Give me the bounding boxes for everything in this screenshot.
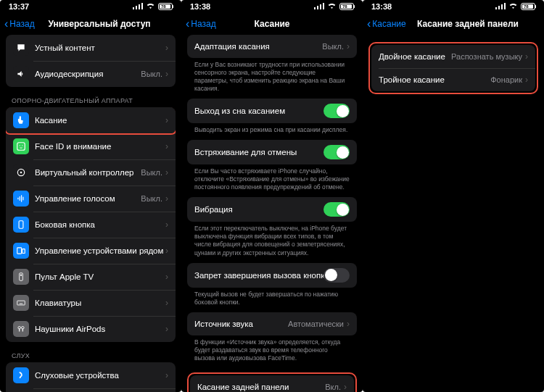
svg-rect-33 xyxy=(317,6,318,9)
svg-rect-39 xyxy=(504,3,506,9)
status-icons: 78 xyxy=(133,2,173,11)
row-touch[interactable]: Касание › xyxy=(6,107,176,133)
highlight-touch: Касание › xyxy=(6,107,176,135)
svg-rect-18 xyxy=(17,301,25,305)
row-label: Касание xyxy=(35,116,165,125)
row-audio-routing[interactable]: Источник звука Автоматически › xyxy=(187,312,357,335)
row-audio-description[interactable]: Аудиодескрипция Выкл. › xyxy=(6,61,176,87)
row-label: Двойное касание xyxy=(379,52,451,61)
row-value: Распознать музыку xyxy=(451,52,522,61)
row-appletv-remote[interactable]: Пульт Apple TV › xyxy=(6,264,176,290)
hand-tap-icon xyxy=(13,112,29,128)
svg-rect-14 xyxy=(17,248,22,254)
svg-rect-32 xyxy=(314,7,316,9)
svg-point-6 xyxy=(22,145,22,146)
row-label: Адаптация касания xyxy=(194,42,322,51)
row-vibration[interactable]: Вибрация xyxy=(187,197,357,222)
svg-rect-37 xyxy=(498,6,500,9)
svg-point-17 xyxy=(20,275,22,276)
row-label: Устный контент xyxy=(35,43,165,52)
row-tap-to-wake[interactable]: Выход из сна касанием xyxy=(187,99,357,123)
svg-rect-1 xyxy=(136,6,137,9)
svg-rect-15 xyxy=(22,249,25,254)
row-keyboards[interactable]: Клавиатуры › xyxy=(6,290,176,316)
battery-icon: 78 xyxy=(521,3,535,10)
row-triple-tap[interactable]: Тройное касание Фонарик › xyxy=(371,68,535,91)
svg-rect-9 xyxy=(17,198,18,199)
svg-rect-35 xyxy=(323,3,324,9)
signal-icon xyxy=(133,2,143,11)
row-back-tap[interactable]: Касание задней панели Вкл. › xyxy=(190,375,354,392)
note-vibration: Если этот переключатель выключен, на iPh… xyxy=(187,222,357,262)
chevron-right-icon: › xyxy=(165,220,168,230)
signal-icon xyxy=(314,2,324,11)
svg-rect-13 xyxy=(19,221,23,229)
chevron-right-icon: › xyxy=(525,51,528,62)
svg-rect-23 xyxy=(22,328,23,331)
svg-rect-3 xyxy=(141,3,143,9)
status-time: 13:38 xyxy=(190,2,210,11)
row-label: Вибрация xyxy=(194,205,323,214)
chevron-right-icon: › xyxy=(165,115,168,125)
ear-icon xyxy=(13,367,29,383)
row-side-button[interactable]: Боковая кнопка › xyxy=(6,212,176,238)
signal-icon xyxy=(495,2,506,11)
row-nearby-devices[interactable]: Управление устройствами рядом › xyxy=(6,238,176,264)
highlight-back-tap-options: Двойное касание Распознать музыку › Трой… xyxy=(368,42,538,94)
row-label: Управление устройствами рядом xyxy=(35,246,165,255)
note-touch-accommodation: Если у Вас возникают трудности при испол… xyxy=(187,58,357,99)
row-call-lock[interactable]: Запрет завершения вызова кнопкой xyxy=(187,263,357,288)
remote-icon xyxy=(13,269,29,285)
status-bar: 13:37 78 xyxy=(0,0,181,13)
chevron-left-icon: ‹ xyxy=(4,18,8,30)
row-shake-to-undo[interactable]: Встряхивание для отмены xyxy=(187,140,357,164)
row-switch-control[interactable]: Виртуальный контроллер Выкл. › xyxy=(6,159,176,185)
chevron-right-icon: › xyxy=(165,193,168,204)
row-spoken-content[interactable]: Устный контент › xyxy=(6,35,176,61)
wifi-icon xyxy=(327,2,337,11)
row-value: Выкл. xyxy=(141,168,162,177)
svg-rect-2 xyxy=(139,4,140,9)
chevron-right-icon: › xyxy=(347,319,350,329)
back-button[interactable]: ‹ Назад xyxy=(4,18,35,30)
keyboard-icon xyxy=(13,295,29,311)
section-motor: ОПОРНО-ДВИГАТЕЛЬНЫЙ АППАРАТ xyxy=(6,87,176,107)
audio-icon xyxy=(13,66,29,82)
row-label: Слуховые устройства xyxy=(35,371,165,380)
row-airpods[interactable]: Наушники AirPods › xyxy=(6,316,176,342)
row-label: Боковая кнопка xyxy=(35,220,165,229)
svg-rect-34 xyxy=(320,4,321,9)
note-tap-to-wake: Выводить экран из режима сна при касании… xyxy=(187,123,357,140)
row-value: Выкл. xyxy=(141,194,162,203)
screen-touch: 13:38 78 ‹ Назад Касание Адаптация касан… xyxy=(181,0,363,392)
svg-rect-38 xyxy=(501,4,503,9)
toggle-tap-to-wake[interactable] xyxy=(323,104,350,118)
chevron-right-icon: › xyxy=(525,75,528,85)
row-label: Наушники AirPods xyxy=(35,325,165,333)
wifi-icon xyxy=(508,2,518,11)
note-shake-to-undo: Если Вы часто встряхиваете iPhone случай… xyxy=(187,164,357,197)
back-label: Касание xyxy=(372,19,405,29)
note-call-lock: Текущий вызов не будет завершаться по на… xyxy=(187,288,357,312)
back-button[interactable]: ‹ Назад xyxy=(186,18,216,30)
row-touch-accommodation[interactable]: Адаптация касания Выкл. › xyxy=(187,35,357,58)
chevron-right-icon: › xyxy=(165,324,168,334)
row-double-tap[interactable]: Двойное касание Распознать музыку › xyxy=(371,45,535,68)
screen-back-tap: 13:38 78 ‹ Касание Касание задней панели… xyxy=(363,0,544,392)
chevron-right-icon: › xyxy=(165,141,168,151)
svg-point-5 xyxy=(20,145,20,146)
nav-bar: ‹ Назад Универсальный доступ xyxy=(0,13,181,35)
row-faceid[interactable]: Face ID и внимание › xyxy=(6,133,176,159)
status-icons: 78 xyxy=(495,2,535,11)
toggle-vibration[interactable] xyxy=(323,202,350,217)
toggle-call-lock[interactable] xyxy=(323,268,350,283)
back-button[interactable]: ‹ Касание xyxy=(367,18,406,30)
nav-bar: ‹ Касание Касание задней панели xyxy=(363,13,544,35)
toggle-shake-to-undo[interactable] xyxy=(323,145,350,159)
row-voice-control[interactable]: Управление голосом Выкл. › xyxy=(6,185,176,212)
status-time: 13:37 xyxy=(9,2,29,11)
battery-icon: 78 xyxy=(158,3,173,10)
row-label: Клавиатуры xyxy=(35,299,165,307)
row-hearing-devices[interactable]: Слуховые устройства › xyxy=(6,362,176,388)
row-sound-control[interactable]: Пункт управления звуком › xyxy=(6,388,176,392)
